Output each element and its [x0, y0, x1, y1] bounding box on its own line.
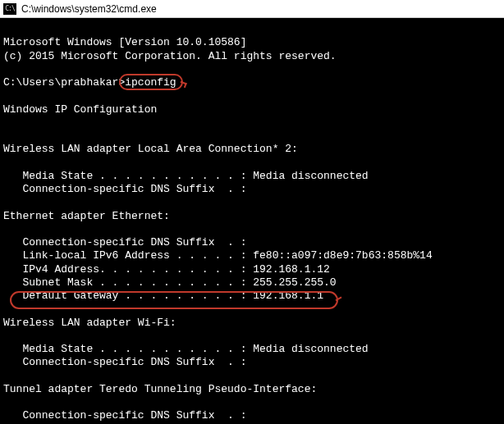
blank — [3, 196, 10, 208]
command-text: ipconfig — [125, 76, 176, 89]
eth-ipv4: IPv4 Address. . . . . . . . . . . : 192.… — [3, 263, 330, 276]
blank — [3, 157, 10, 169]
window-title-text: C:\windows\system32\cmd.exe — [21, 3, 157, 15]
eth-header: Ethernet adapter Ethernet: — [3, 210, 170, 222]
eth-suffix: Connection-specific DNS Suffix . : — [3, 236, 246, 248]
blank — [3, 330, 10, 342]
version-line: Microsoft Windows [Version 10.0.10586] — [3, 36, 246, 48]
prompt-path: C:\Users\prabhakar> — [3, 76, 125, 89]
teredo-header: Tunnel adapter Teredo Tunneling Pseudo-I… — [3, 383, 317, 395]
eth-ipv6: Link-local IPv6 Address . . . . . : fe80… — [3, 249, 433, 262]
wifi-header: Wireless LAN adapter Wi-Fi: — [3, 317, 176, 329]
copyright-line: (c) 2015 Microsoft Corporation. All righ… — [3, 50, 337, 62]
blank — [3, 303, 10, 315]
blank — [3, 130, 10, 142]
eth-gateway: Default Gateway . . . . . . . . . : 192.… — [3, 290, 323, 302]
ipconfig-title: Windows IP Configuration — [3, 103, 157, 116]
blank — [3, 370, 10, 382]
wifi-media: Media State . . . . . . . . . . . : Medi… — [3, 343, 369, 355]
blank — [3, 63, 10, 75]
eth-mask: Subnet Mask . . . . . . . . . . . : 255.… — [3, 276, 337, 289]
blank — [3, 89, 10, 102]
cmd-icon: C:\ — [3, 3, 16, 15]
blank — [3, 396, 10, 408]
prompt-line: C:\Users\prabhakar>ipconfig — [3, 76, 176, 89]
wlan2-media: Media State . . . . . . . . . . . : Medi… — [3, 170, 369, 182]
blank — [3, 223, 10, 235]
wlan2-suffix: Connection-specific DNS Suffix . : — [3, 183, 246, 195]
terminal-output[interactable]: Microsoft Windows [Version 10.0.10586] (… — [0, 18, 504, 424]
wifi-suffix: Connection-specific DNS Suffix . : — [3, 356, 246, 368]
wlan2-header: Wireless LAN adapter Local Area Connecti… — [3, 143, 298, 155]
window-title-bar[interactable]: C:\ C:\windows\system32\cmd.exe — [0, 0, 504, 18]
teredo-suffix: Connection-specific DNS Suffix . : — [3, 409, 246, 422]
blank — [3, 116, 10, 129]
